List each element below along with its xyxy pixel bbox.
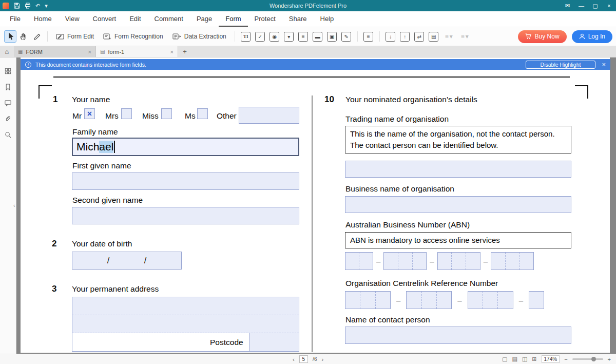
radio-button-tool-icon[interactable]: ◉ bbox=[270, 32, 279, 42]
checkbox-tool-icon[interactable]: ✓ bbox=[255, 32, 265, 42]
trading-name-field[interactable] bbox=[345, 161, 571, 178]
menu-page[interactable]: Page bbox=[190, 12, 219, 27]
customize-toolbar-dropdown-icon[interactable]: ▾ bbox=[45, 3, 48, 9]
second-given-name-field[interactable] bbox=[72, 207, 299, 224]
zoom-in-button[interactable]: + bbox=[608, 356, 611, 362]
crn-group-2[interactable] bbox=[406, 291, 452, 309]
form-template-icon[interactable]: ▤ bbox=[429, 32, 438, 42]
abn-field[interactable]: – – – bbox=[345, 252, 534, 270]
continuous-view-icon[interactable]: ▤ bbox=[512, 356, 517, 362]
tab-order-icon[interactable]: ⇄ bbox=[414, 32, 424, 42]
menu-file[interactable]: File bbox=[3, 12, 27, 27]
checkbox-mr[interactable]: × bbox=[84, 108, 95, 119]
current-page-input[interactable]: 5 bbox=[299, 355, 309, 363]
tab-form[interactable]: ▦ FORM × bbox=[14, 46, 96, 57]
new-tab-button[interactable]: + bbox=[178, 46, 191, 57]
import-form-data-icon[interactable]: ↓ bbox=[386, 32, 395, 42]
disable-highlight-button[interactable]: Disable Highlight bbox=[526, 61, 596, 69]
abn-group-3[interactable] bbox=[437, 252, 480, 270]
data-extraction-label: Data Extraction bbox=[184, 33, 226, 40]
menu-edit[interactable]: Edit bbox=[123, 12, 147, 27]
notification-close-icon[interactable]: × bbox=[602, 61, 606, 68]
date-of-birth-field[interactable]: // bbox=[72, 252, 182, 270]
menu-convert[interactable]: Convert bbox=[86, 12, 123, 27]
signature-field-tool-icon[interactable]: ✎ bbox=[341, 32, 351, 42]
zoom-slider[interactable] bbox=[572, 358, 603, 360]
menu-view[interactable]: View bbox=[59, 12, 86, 27]
zoom-out-button[interactable]: − bbox=[564, 356, 567, 362]
postcode-field[interactable] bbox=[249, 333, 299, 351]
contact-person-field[interactable] bbox=[345, 327, 571, 344]
grid-view-icon[interactable]: ⊞ bbox=[532, 356, 536, 362]
single-page-view-icon[interactable]: ▢ bbox=[502, 356, 507, 362]
checkbox-ms[interactable] bbox=[197, 108, 208, 119]
first-given-name-field[interactable] bbox=[72, 173, 299, 190]
next-page-button[interactable]: › bbox=[321, 356, 323, 362]
attachment-panel-icon[interactable] bbox=[4, 114, 12, 123]
print-icon[interactable] bbox=[25, 3, 31, 9]
zoom-slider-handle[interactable] bbox=[591, 357, 596, 361]
digit-cell bbox=[436, 292, 451, 309]
permanent-address-field[interactable]: Postcode bbox=[72, 297, 299, 352]
field-properties-icon[interactable]: ≡ bbox=[363, 32, 373, 42]
thumbnail-panel-icon[interactable] bbox=[4, 67, 12, 75]
export-form-data-icon[interactable]: ↑ bbox=[400, 32, 410, 42]
abn-group-2[interactable] bbox=[383, 252, 427, 270]
bookmark-panel-icon[interactable] bbox=[4, 83, 12, 91]
menu-form[interactable]: Form bbox=[219, 12, 247, 27]
tab-close-icon[interactable]: × bbox=[88, 49, 91, 55]
form-edit-button[interactable]: Form Edit bbox=[51, 33, 99, 41]
family-name-field[interactable]: Michael bbox=[72, 138, 299, 156]
address-line-1[interactable] bbox=[72, 297, 299, 315]
crn-check-letter[interactable] bbox=[529, 291, 544, 309]
align-fields-dropdown-icon[interactable]: ≡ ▾ bbox=[445, 33, 453, 40]
edit-text-tool-button[interactable] bbox=[31, 30, 43, 43]
other-title-field[interactable] bbox=[239, 107, 299, 124]
data-extraction-button[interactable]: Data Extraction bbox=[168, 33, 231, 41]
select-tool-button[interactable] bbox=[4, 30, 16, 43]
home-tab-button[interactable]: ⌂ bbox=[0, 46, 14, 57]
search-panel-icon[interactable] bbox=[4, 130, 12, 139]
save-icon[interactable] bbox=[14, 3, 20, 9]
crn-group-1[interactable] bbox=[345, 291, 391, 309]
crn-group-3[interactable] bbox=[468, 291, 513, 309]
buy-now-button[interactable]: Buy Now bbox=[518, 30, 567, 43]
crn-field[interactable]: – – – bbox=[345, 291, 544, 309]
menu-help[interactable]: Help bbox=[314, 12, 341, 27]
form-recognition-button[interactable]: Form Recognition bbox=[99, 33, 168, 41]
comment-panel-icon[interactable] bbox=[4, 99, 12, 107]
close-button[interactable]: × bbox=[602, 0, 616, 11]
abn-group-1[interactable] bbox=[345, 252, 373, 270]
checkbox-miss[interactable] bbox=[161, 108, 172, 119]
text-field-tool-icon[interactable]: TI bbox=[241, 32, 251, 42]
page-count-label: /6 bbox=[313, 356, 317, 362]
log-in-button[interactable]: Log In bbox=[572, 30, 612, 43]
list-box-tool-icon[interactable]: ≡ bbox=[298, 32, 308, 42]
notification-message: This document contains interactive form … bbox=[35, 62, 146, 68]
checkbox-mrs[interactable] bbox=[121, 108, 132, 119]
menu-protect[interactable]: Protect bbox=[248, 12, 282, 27]
column-divider bbox=[312, 95, 313, 352]
hand-tool-button[interactable] bbox=[17, 30, 30, 43]
prev-page-button[interactable]: ‹ bbox=[293, 356, 295, 362]
distribute-fields-dropdown-icon[interactable]: ≡ ▾ bbox=[461, 33, 469, 40]
menu-home[interactable]: Home bbox=[27, 12, 59, 27]
undo-icon[interactable]: ↶ bbox=[35, 3, 40, 9]
abn-group-4[interactable] bbox=[491, 252, 534, 270]
business-name-field[interactable] bbox=[345, 196, 571, 213]
menu-share[interactable]: Share bbox=[282, 12, 314, 27]
button-field-tool-icon[interactable]: ▬ bbox=[313, 32, 322, 42]
maximize-button[interactable]: ▢ bbox=[588, 0, 602, 11]
image-field-tool-icon[interactable]: ▣ bbox=[327, 32, 337, 42]
combo-box-tool-icon[interactable]: ▾ bbox=[284, 32, 294, 42]
zoom-level[interactable]: 174% bbox=[542, 355, 560, 363]
tab-form-1[interactable]: ▤ form-1 × bbox=[96, 46, 178, 57]
menu-comment[interactable]: Comment bbox=[148, 12, 190, 27]
tab-close-icon[interactable]: × bbox=[170, 49, 174, 55]
address-line-2[interactable] bbox=[72, 315, 299, 333]
minimize-button[interactable]: — bbox=[574, 0, 588, 11]
sidebar-collapse-handle[interactable]: ‹ bbox=[13, 202, 15, 208]
feedback-mail-icon[interactable]: ✉ bbox=[561, 0, 574, 11]
facing-pages-view-icon[interactable]: ◫ bbox=[522, 356, 527, 362]
tab-form-1-label: form-1 bbox=[108, 49, 124, 55]
